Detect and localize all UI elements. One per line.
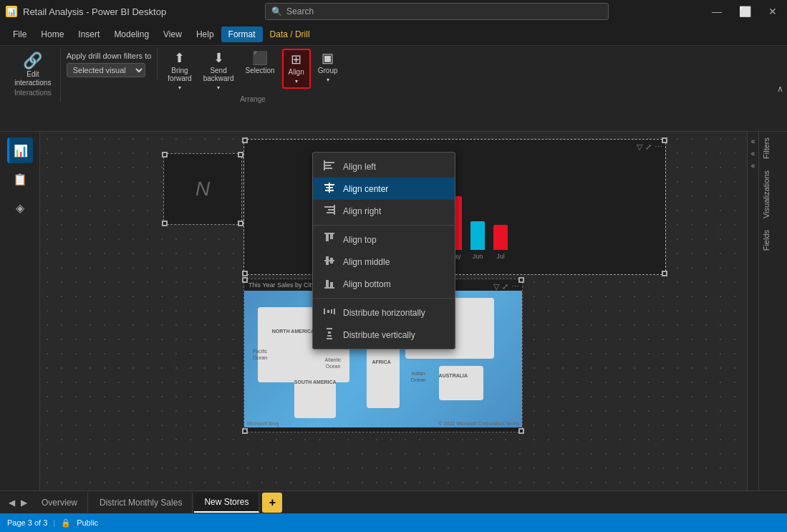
- ribbon-groups: 🔗 Editinteractions Interactions Apply dr…: [6, 49, 781, 105]
- next-page-button[interactable]: ▶: [18, 498, 30, 508]
- tab-new-stores[interactable]: New Stores: [194, 493, 259, 513]
- visual-toolbar: ▽ ⤢ ⋯: [637, 142, 662, 152]
- svg-rect-13: [326, 234, 329, 241]
- handle-br[interactable]: [662, 271, 667, 276]
- menu-datadrill[interactable]: Data / Drill: [263, 26, 317, 42]
- align-center-item[interactable]: Align center: [313, 178, 455, 200]
- align-right-item[interactable]: Align right: [313, 200, 455, 222]
- map-handle-tl[interactable]: [242, 277, 248, 283]
- svg-rect-23: [327, 310, 329, 313]
- handle-tl2[interactable]: [162, 152, 168, 158]
- distribute-horizontal-item[interactable]: Distribute horizontally: [313, 301, 455, 324]
- more-icon[interactable]: ⋯: [655, 142, 662, 152]
- menu-view[interactable]: View: [156, 26, 189, 42]
- bar-jun-teal: [470, 221, 485, 250]
- filters-panel-label[interactable]: Filters: [759, 132, 787, 165]
- map-attribution: Microsoft Bing: [247, 421, 279, 426]
- focus-icon[interactable]: ⤢: [645, 142, 652, 152]
- menu-format[interactable]: Format: [221, 26, 263, 42]
- distribute-vertical-label: Distribute vertically: [343, 330, 415, 340]
- close-button[interactable]: ✕: [764, 4, 781, 19]
- text-visual-content: N: [195, 178, 210, 200]
- align-middle-item[interactable]: Align middle: [313, 251, 455, 273]
- add-page-button[interactable]: +: [262, 493, 282, 513]
- group-button[interactable]: ▣ Group ▾: [314, 49, 342, 86]
- prev-page-button[interactable]: ◀: [6, 498, 18, 508]
- bar-jul-red: [493, 225, 508, 250]
- visibility-icon: 🔒: [61, 518, 71, 528]
- handle-bl[interactable]: [242, 271, 248, 276]
- map-handle-br[interactable]: [518, 428, 524, 434]
- align-dropdown-menu: Align left Align center Align right Alig…: [312, 152, 455, 349]
- status-bar: Page 3 of 3 | 🔒 Public: [0, 513, 787, 532]
- ribbon-collapse-button[interactable]: ∧: [773, 49, 787, 129]
- map-handle-bl[interactable]: [242, 428, 248, 434]
- dropdown-divider-2: [313, 298, 455, 299]
- left-sidebar: 📊 📋 ◈: [0, 132, 40, 490]
- maximize-button[interactable]: ⬜: [735, 4, 755, 19]
- fields-panel-label[interactable]: Fields: [759, 224, 787, 256]
- send-backward-arrow: ▾: [217, 84, 220, 91]
- align-top-item[interactable]: Align top: [313, 228, 455, 251]
- svg-rect-18: [324, 287, 334, 289]
- distribute-vertical-item[interactable]: Distribute vertically: [313, 324, 455, 346]
- map-copyright: © 2022 Microsoft Corporation Terms: [439, 421, 519, 426]
- selection-button[interactable]: ⬛ Selection: [241, 49, 279, 77]
- handle-bl2[interactable]: [162, 221, 168, 226]
- group-arrow: ▾: [327, 77, 329, 83]
- send-backward-button[interactable]: ⬇ Sendbackward ▾: [199, 49, 238, 94]
- map-handle-tr[interactable]: [518, 277, 524, 283]
- dropdown-divider-1: [313, 225, 455, 226]
- filter-icon[interactable]: ▽: [637, 142, 642, 152]
- svg-rect-14: [330, 234, 333, 239]
- menu-modeling[interactable]: Modeling: [107, 26, 156, 42]
- bring-forward-button[interactable]: ⬆ Bringforward ▾: [163, 49, 195, 94]
- drill-filter-select[interactable]: Selected visual: [67, 63, 145, 77]
- align-button[interactable]: ⊞ Align ▾: [282, 49, 311, 89]
- australia-label: AUSTRALIA: [439, 373, 468, 378]
- model-view-icon[interactable]: ◈: [7, 195, 33, 221]
- minimize-button[interactable]: —: [708, 4, 726, 19]
- handle-tl[interactable]: [242, 137, 248, 143]
- menu-bar: File Home Insert Modeling View Help Form…: [0, 23, 787, 46]
- align-bottom-item[interactable]: Align bottom: [313, 273, 455, 295]
- ribbon: 🔗 Editinteractions Interactions Apply dr…: [0, 46, 787, 132]
- interactions-label: Editinteractions: [14, 70, 51, 87]
- handle-tr[interactable]: [662, 137, 667, 143]
- handle-tr2[interactable]: [238, 152, 243, 158]
- edit-interactions-button[interactable]: 🔗 Editinteractions: [14, 52, 51, 87]
- collapse-btn-2[interactable]: «: [751, 150, 755, 158]
- align-left-item[interactable]: Align left: [313, 155, 455, 178]
- right-panel: Filters Visualizations Fields: [758, 132, 787, 490]
- handle-br2[interactable]: [238, 221, 243, 226]
- australia-land: [439, 366, 483, 400]
- search-box[interactable]: 🔍 Search: [265, 3, 609, 20]
- title-bar: 📊 Retail Analysis - Power BI Desktop 🔍 S…: [0, 0, 787, 23]
- south-america-label: SOUTH AMERICA: [294, 379, 337, 385]
- align-bottom-icon: [323, 277, 336, 291]
- svg-rect-20: [330, 282, 333, 287]
- visibility-label: Public: [77, 518, 98, 527]
- collapse-btn-3[interactable]: «: [751, 162, 755, 170]
- africa-land: [367, 343, 400, 409]
- svg-rect-24: [331, 309, 332, 314]
- report-view-icon[interactable]: 📊: [7, 137, 33, 163]
- menu-file[interactable]: File: [6, 26, 34, 42]
- visualizations-panel-label[interactable]: Visualizations: [759, 165, 787, 224]
- title-bar-center: 🔍 Search: [166, 3, 708, 20]
- ribbon-group-interactions: 🔗 Editinteractions Interactions: [6, 49, 61, 102]
- pacific-ocean-label: PacificOcean: [253, 348, 268, 361]
- indian-ocean-label: IndianOcean: [411, 370, 426, 383]
- menu-insert[interactable]: Insert: [71, 26, 107, 42]
- svg-rect-16: [326, 256, 329, 265]
- tab-overview[interactable]: Overview: [32, 493, 88, 513]
- menu-help[interactable]: Help: [189, 26, 221, 42]
- menu-home[interactable]: Home: [34, 26, 71, 42]
- data-view-icon[interactable]: 📋: [7, 166, 33, 192]
- collapse-btn-1[interactable]: «: [751, 137, 755, 145]
- align-arrow: ▾: [295, 78, 298, 84]
- align-center-icon: [323, 182, 336, 195]
- send-backward-icon: ⬇: [213, 52, 224, 64]
- text-visual[interactable]: N: [163, 153, 242, 225]
- tab-district-monthly[interactable]: District Monthly Sales: [90, 493, 193, 513]
